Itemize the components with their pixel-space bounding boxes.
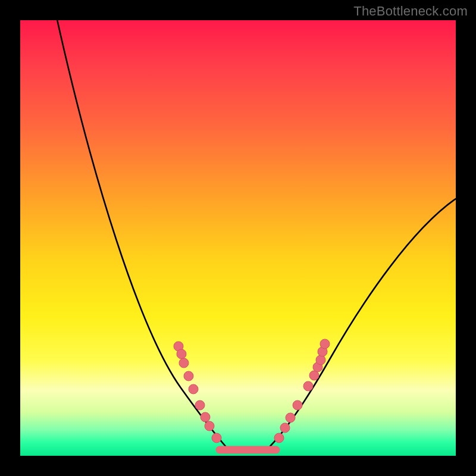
right-dots-group [274,339,330,443]
dot [280,423,290,433]
left-curve [56,14,226,446]
chart-svg [20,20,456,456]
dot [320,339,330,349]
dot [177,349,186,359]
dot [195,400,205,410]
watermark-text: TheBottleneck.com [353,4,468,19]
dot [201,412,210,422]
dot [179,358,189,368]
plot-area [20,20,456,456]
dot [286,413,295,422]
dot [184,371,193,381]
dot [303,381,313,391]
left-dots-group [174,342,221,443]
dot [212,433,221,443]
dot [316,355,325,365]
dot [274,433,284,443]
chart-frame: TheBottleneck.com [0,0,476,476]
dot [205,421,214,431]
dot [189,384,198,394]
dot [293,400,302,410]
